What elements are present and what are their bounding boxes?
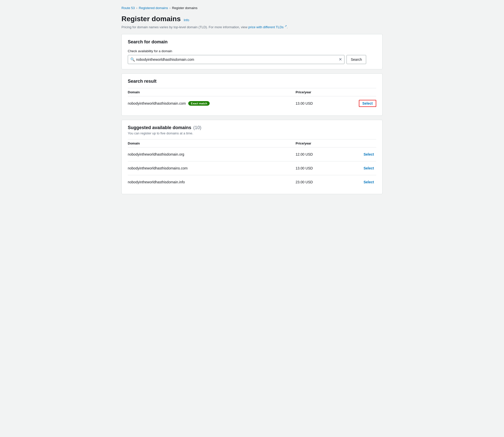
tld-pricing-link[interactable]: price with different TLDs ↗	[248, 25, 287, 29]
search-result-price: 13.00 USD	[296, 101, 341, 105]
search-result-card: Search result Domain Price/year nobodyin…	[121, 73, 383, 116]
suggested-domain-name-2: nobodyintheworldhasthisdomain.info	[128, 180, 185, 184]
search-result-header-row: Domain Price/year	[128, 88, 376, 96]
search-result-domain-name: nobodyintheworldhasthisdomain.com	[128, 101, 186, 105]
suggested-row-1: nobodyintheworldhasthisdomains.com 13.00…	[128, 161, 376, 175]
suggested-row-2: nobodyintheworldhasthisdomain.info 23.00…	[128, 175, 376, 189]
suggested-price-2: 23.00 USD	[296, 180, 341, 184]
page-title: Register domains	[121, 15, 181, 23]
suggested-row-0: nobodyintheworldhasthisdomain.org 12.00 …	[128, 148, 376, 161]
search-input-wrapper: 🔍 ✕	[128, 55, 344, 64]
search-button[interactable]: Search	[346, 55, 366, 64]
suggested-domains-card: Suggested available domains (10) You can…	[121, 120, 383, 194]
search-result-domain-cell: nobodyintheworldhasthisdomain.com Exact …	[128, 101, 296, 106]
suggested-domains-table: Domain Price/year nobodyintheworldhasthi…	[128, 139, 376, 189]
search-result-title: Search result	[128, 79, 376, 84]
suggested-header-row: Domain Price/year	[128, 139, 376, 148]
suggested-action-cell-1: Select	[341, 165, 376, 171]
suggested-domain-0: nobodyintheworldhasthisdomain.org	[128, 152, 296, 156]
page-container: Route 53 › Registered domains › Register…	[113, 0, 391, 204]
description-suffix: .	[287, 25, 288, 29]
suggested-header-price: Price/year	[296, 141, 341, 145]
suggested-price-1: 13.00 USD	[296, 166, 341, 170]
suggested-select-button-2[interactable]: Select	[361, 179, 376, 185]
suggested-domain-name-1: nobodyintheworldhasthisdomains.com	[128, 166, 187, 170]
search-result-table: Domain Price/year nobodyintheworldhasthi…	[128, 88, 376, 110]
suggested-title-row: Suggested available domains (10)	[128, 125, 376, 130]
exact-match-badge: Exact match	[188, 101, 210, 106]
suggested-select-button-1[interactable]: Select	[361, 165, 376, 171]
search-for-domain-card: Search for domain Check availability for…	[121, 34, 383, 69]
info-badge[interactable]: Info	[184, 18, 189, 22]
description-prefix: Pricing for domain names varies by top-l…	[121, 25, 248, 29]
search-result-action-cell: Select	[341, 100, 376, 107]
breadcrumb-registered-domains[interactable]: Registered domains	[139, 6, 168, 10]
suggested-action-cell-0: Select	[341, 151, 376, 158]
suggested-domain-name-0: nobodyintheworldhasthisdomain.org	[128, 152, 184, 156]
suggested-action-cell-2: Select	[341, 179, 376, 185]
search-row: 🔍 ✕ Search	[128, 55, 376, 64]
breadcrumb-route53[interactable]: Route 53	[121, 6, 135, 10]
breadcrumb-current: Register domains	[172, 6, 197, 10]
search-card-title: Search for domain	[128, 39, 376, 45]
external-link-icon: ↗	[285, 24, 287, 27]
suggested-domains-subtitle: You can register up to five domains at a…	[128, 131, 376, 135]
page-description: Pricing for domain names varies by top-l…	[121, 24, 383, 29]
search-result-select-button[interactable]: Select	[359, 100, 376, 107]
page-title-row: Register domains Info	[121, 15, 383, 23]
suggested-domain-2: nobodyintheworldhasthisdomain.info	[128, 180, 296, 184]
suggested-price-0: 12.00 USD	[296, 152, 341, 156]
suggested-header-action	[341, 141, 376, 145]
breadcrumb-sep-2: ›	[169, 6, 170, 10]
header-price: Price/year	[296, 90, 341, 94]
breadcrumb-sep-1: ›	[136, 6, 137, 10]
suggested-select-button-0[interactable]: Select	[361, 151, 376, 158]
clear-button[interactable]: ✕	[338, 57, 342, 62]
header-domain: Domain	[128, 90, 296, 94]
breadcrumb: Route 53 › Registered domains › Register…	[121, 6, 383, 10]
search-result-row-0: nobodyintheworldhasthisdomain.com Exact …	[128, 96, 376, 110]
suggested-header-domain: Domain	[128, 141, 296, 145]
suggested-domains-title: Suggested available domains	[128, 125, 191, 130]
search-availability-label: Check availability for a domain	[128, 49, 376, 53]
suggested-domain-1: nobodyintheworldhasthisdomains.com	[128, 166, 296, 170]
header-action	[341, 90, 376, 94]
suggested-domains-count: (10)	[193, 125, 201, 130]
search-input[interactable]	[128, 55, 344, 64]
